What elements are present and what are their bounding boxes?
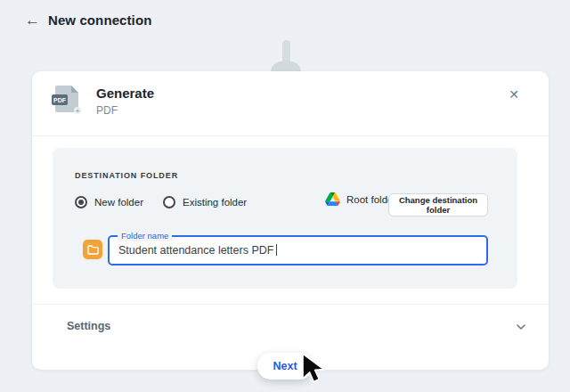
app-title: Generate bbox=[96, 86, 154, 101]
settings-divider bbox=[32, 304, 549, 305]
folder-name-value: Student attendance letters PDF bbox=[118, 244, 277, 257]
radio-new-folder-label[interactable]: New folder bbox=[94, 197, 143, 208]
top-bar: ← New connection bbox=[0, 0, 570, 41]
pdf-document-icon: PDF + bbox=[52, 82, 82, 114]
settings-section-toggle[interactable]: Settings bbox=[67, 320, 110, 332]
google-drive-icon bbox=[325, 192, 340, 206]
new-connection-screen: ← New connection PDF + Generate PDF ✕ DE… bbox=[0, 0, 570, 392]
folder-radio-group: New folder Existing folder bbox=[75, 195, 247, 209]
app-subtitle: PDF bbox=[96, 104, 118, 117]
radio-existing-folder-label[interactable]: Existing folder bbox=[183, 197, 247, 208]
radio-existing-folder[interactable] bbox=[163, 196, 175, 208]
change-destination-folder-button[interactable]: Change destination folder bbox=[388, 193, 488, 216]
back-arrow-icon[interactable]: ← bbox=[25, 12, 40, 29]
svg-text:PDF: PDF bbox=[53, 97, 67, 103]
svg-text:+: + bbox=[76, 107, 80, 114]
folder-icon bbox=[83, 240, 102, 259]
text-caret bbox=[276, 244, 277, 256]
root-folder-group: Root folder bbox=[325, 192, 396, 206]
close-icon[interactable]: ✕ bbox=[506, 86, 522, 102]
page-title: New connection bbox=[48, 12, 151, 28]
next-button[interactable]: Next bbox=[257, 353, 313, 380]
folder-name-floating-label: Folder name bbox=[118, 231, 172, 241]
destination-folder-heading: DESTINATION FOLDER bbox=[75, 171, 178, 180]
folder-name-input[interactable]: Folder name Student attendance letters P… bbox=[108, 235, 488, 265]
destination-folder-panel bbox=[53, 148, 517, 289]
header-divider bbox=[32, 135, 549, 136]
radio-new-folder[interactable] bbox=[75, 196, 87, 208]
chevron-down-icon[interactable] bbox=[515, 321, 527, 333]
